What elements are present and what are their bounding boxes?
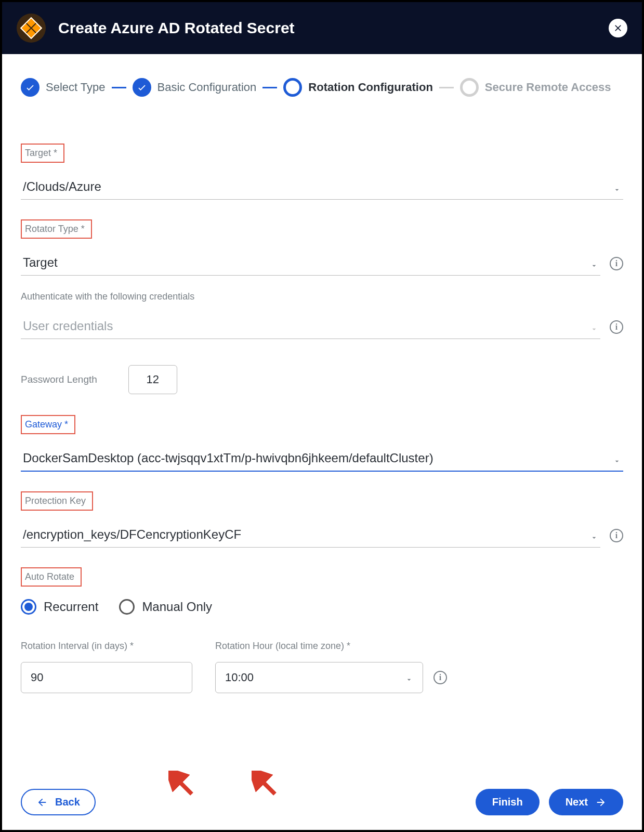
info-icon[interactable]: i bbox=[610, 529, 623, 542]
gateway-select[interactable]: DockerSamDesktop (acc-twjsqqv1xtTm/p-hwi… bbox=[21, 447, 623, 472]
rotation-interval-col: Rotation Interval (in days) * bbox=[21, 641, 192, 693]
back-button[interactable]: Back bbox=[21, 789, 96, 815]
footer-right: Finish Next bbox=[476, 789, 623, 815]
select-value: DockerSamDesktop (acc-twjsqqv1xtTm/p-hwi… bbox=[23, 451, 433, 465]
field-gateway: Gateway * DockerSamDesktop (acc-twjsqqv1… bbox=[21, 415, 623, 472]
chevron-down-icon bbox=[590, 322, 598, 330]
check-icon bbox=[133, 78, 151, 97]
current-step-icon bbox=[283, 78, 302, 97]
protection-key-select[interactable]: /encryption_keys/DFCencryptionKeyCF bbox=[21, 523, 600, 548]
arrow-right-icon bbox=[595, 797, 607, 808]
radio-icon bbox=[21, 599, 36, 615]
field-label: Gateway * bbox=[25, 419, 68, 430]
diamond-icon bbox=[20, 17, 42, 39]
field-auto-rotate: Auto Rotate Recurrent Manual Only Rotati… bbox=[21, 567, 623, 693]
rotator-type-select[interactable]: Target bbox=[21, 251, 600, 276]
step-label: Basic Configuration bbox=[157, 81, 257, 94]
select-value: Target bbox=[23, 255, 58, 270]
rotation-interval-input[interactable] bbox=[21, 662, 192, 693]
chevron-down-icon bbox=[613, 183, 621, 191]
field-label: Rotation Interval (in days) * bbox=[21, 641, 192, 652]
step-connector bbox=[112, 87, 126, 88]
future-step-icon bbox=[460, 78, 479, 97]
field-target: Target * /Clouds/Azure bbox=[21, 144, 623, 200]
field-label: Target * bbox=[25, 148, 57, 159]
step-select-type[interactable]: Select Type bbox=[21, 78, 106, 97]
step-label: Select Type bbox=[46, 81, 106, 94]
field-rotator-type: Rotator Type * Target i Authenticate wit… bbox=[21, 219, 623, 394]
info-icon[interactable]: i bbox=[433, 671, 447, 684]
step-label: Rotation Configuration bbox=[308, 81, 433, 94]
highlight-box: Target * bbox=[21, 144, 64, 163]
info-icon[interactable]: i bbox=[610, 320, 623, 334]
app-logo bbox=[17, 14, 46, 43]
password-length-row: Password Length bbox=[21, 365, 623, 394]
auth-label: Authenticate with the following credenti… bbox=[21, 291, 623, 302]
stepper: Select Type Basic Configuration Rotation… bbox=[21, 78, 623, 97]
highlight-box: Rotator Type * bbox=[21, 219, 92, 239]
step-secure-remote: Secure Remote Access bbox=[460, 78, 611, 97]
radio-label: Recurrent bbox=[44, 600, 98, 614]
radio-recurrent[interactable]: Recurrent bbox=[21, 599, 98, 615]
dialog-title: Create Azure AD Rotated Secret bbox=[58, 19, 295, 37]
field-label: Rotation Hour (local time zone) * bbox=[215, 641, 447, 652]
dialog-header: Create Azure AD Rotated Secret bbox=[2, 2, 642, 54]
select-value: User credentials bbox=[23, 319, 113, 333]
field-protection-key: Protection Key /encryption_keys/DFCencry… bbox=[21, 491, 623, 548]
finish-button[interactable]: Finish bbox=[476, 789, 540, 815]
chevron-down-icon bbox=[590, 530, 598, 539]
close-button[interactable] bbox=[609, 19, 627, 37]
field-label: Auto Rotate bbox=[25, 571, 74, 582]
highlight-box: Protection Key bbox=[21, 491, 93, 511]
auth-credentials-select[interactable]: User credentials bbox=[21, 315, 600, 339]
step-basic-config[interactable]: Basic Configuration bbox=[133, 78, 257, 97]
check-icon bbox=[21, 78, 40, 97]
field-label: Rotator Type * bbox=[25, 224, 85, 235]
button-label: Back bbox=[55, 796, 80, 808]
radio-label: Manual Only bbox=[142, 600, 212, 614]
field-label: Protection Key bbox=[25, 496, 86, 506]
chevron-down-icon bbox=[405, 673, 413, 682]
close-icon bbox=[613, 23, 623, 33]
step-rotation-config[interactable]: Rotation Configuration bbox=[283, 78, 433, 97]
dialog-footer: Back Finish Next bbox=[21, 789, 623, 815]
auto-rotate-radio-group: Recurrent Manual Only bbox=[21, 599, 623, 615]
step-connector bbox=[439, 87, 454, 88]
rotation-timing-row: Rotation Interval (in days) * Rotation H… bbox=[21, 641, 623, 693]
chevron-down-icon bbox=[590, 258, 598, 267]
radio-manual-only[interactable]: Manual Only bbox=[119, 599, 212, 615]
rotation-hour-col: Rotation Hour (local time zone) * 10:00 … bbox=[215, 641, 447, 693]
next-button[interactable]: Next bbox=[549, 789, 623, 815]
dialog-frame: Create Azure AD Rotated Secret Select Ty… bbox=[0, 0, 644, 832]
button-label: Finish bbox=[492, 796, 523, 808]
chevron-down-icon bbox=[613, 454, 621, 462]
step-label: Secure Remote Access bbox=[485, 81, 611, 94]
select-value: /encryption_keys/DFCencryptionKeyCF bbox=[23, 527, 241, 542]
field-label: Password Length bbox=[21, 374, 97, 385]
radio-icon bbox=[119, 599, 135, 615]
step-connector bbox=[262, 87, 277, 88]
select-value: /Clouds/Azure bbox=[23, 179, 101, 194]
rotation-hour-select[interactable]: 10:00 bbox=[215, 662, 423, 693]
highlight-box: Gateway * bbox=[21, 415, 75, 434]
dialog-body: Select Type Basic Configuration Rotation… bbox=[2, 54, 642, 729]
button-label: Next bbox=[566, 796, 588, 808]
password-length-input[interactable] bbox=[128, 365, 177, 394]
highlight-box: Auto Rotate bbox=[21, 567, 82, 587]
target-select[interactable]: /Clouds/Azure bbox=[21, 175, 623, 200]
select-value: 10:00 bbox=[225, 671, 254, 684]
arrow-left-icon bbox=[36, 797, 48, 808]
info-icon[interactable]: i bbox=[610, 257, 623, 270]
